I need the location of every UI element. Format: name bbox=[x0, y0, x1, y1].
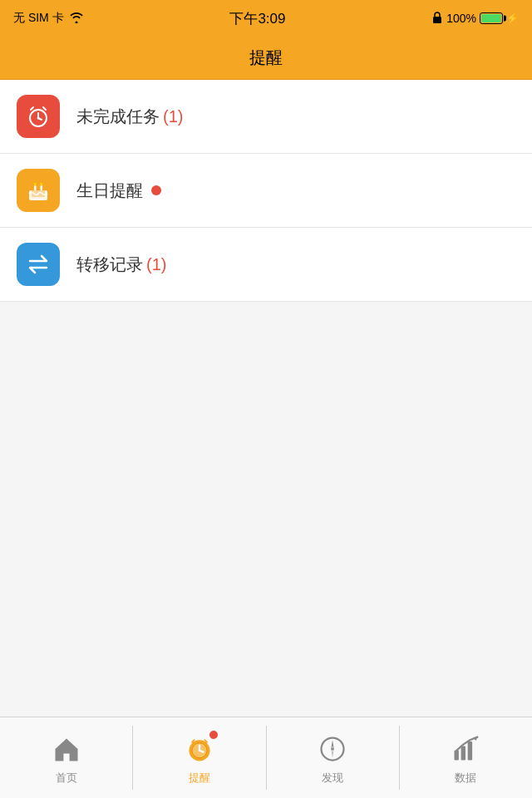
svg-rect-23 bbox=[468, 741, 472, 761]
svg-point-20 bbox=[331, 747, 334, 751]
data-icon-wrap bbox=[447, 731, 484, 767]
tab-discover-label: 发现 bbox=[322, 771, 343, 786]
list-item-birthday[interactable]: 生日提醒 bbox=[0, 154, 532, 228]
svg-rect-8 bbox=[41, 185, 43, 190]
tab-data[interactable]: 数据 bbox=[400, 717, 532, 798]
tab-reminder-label: 提醒 bbox=[189, 771, 210, 786]
tab-home-label: 首页 bbox=[56, 771, 77, 786]
tab-discover[interactable]: 发现 bbox=[267, 717, 399, 798]
incomplete-tasks-icon bbox=[17, 95, 60, 138]
svg-point-16 bbox=[199, 749, 201, 751]
status-right: 100% ⚡ bbox=[431, 11, 519, 27]
reminder-icon-wrap bbox=[181, 731, 218, 767]
status-time: 下午3:09 bbox=[229, 9, 285, 28]
birthday-icon bbox=[17, 169, 60, 212]
svg-rect-22 bbox=[461, 746, 466, 760]
svg-point-9 bbox=[34, 183, 37, 186]
lock-icon bbox=[431, 11, 443, 27]
transfer-icon bbox=[17, 243, 60, 286]
wifi-icon bbox=[69, 12, 84, 26]
nav-bar: 提醒 bbox=[0, 37, 532, 80]
tab-reminder[interactable]: 提醒 bbox=[133, 717, 265, 798]
tab-home[interactable]: 首页 bbox=[0, 717, 132, 798]
charging-icon: ⚡ bbox=[506, 12, 519, 24]
battery-percentage: 100% bbox=[446, 12, 476, 25]
main-content: 未完成任务(1) 生日提醒 bbox=[0, 80, 532, 717]
battery-icon bbox=[480, 12, 503, 24]
birthday-label: 生日提醒 bbox=[76, 180, 161, 202]
incomplete-tasks-badge: (1) bbox=[163, 107, 183, 126]
svg-point-4 bbox=[37, 117, 40, 120]
status-bar: 无 SIM 卡 下午3:09 100% ⚡ bbox=[0, 0, 532, 37]
svg-point-10 bbox=[40, 183, 42, 186]
svg-rect-0 bbox=[433, 17, 441, 23]
list-item-incomplete-tasks[interactable]: 未完成任务(1) bbox=[0, 80, 532, 154]
tab-data-label: 数据 bbox=[455, 771, 476, 786]
status-left: 无 SIM 卡 bbox=[13, 11, 84, 26]
svg-rect-21 bbox=[455, 750, 459, 760]
list-item-transfer[interactable]: 转移记录(1) bbox=[0, 228, 532, 302]
birthday-dot bbox=[151, 185, 161, 195]
reminder-dot bbox=[209, 731, 218, 739]
svg-rect-7 bbox=[34, 185, 37, 190]
transfer-label: 转移记录(1) bbox=[76, 254, 166, 276]
tab-bar: 首页 提醒 bbox=[0, 717, 532, 798]
reminders-list: 未完成任务(1) 生日提醒 bbox=[0, 80, 532, 302]
home-icon-wrap bbox=[48, 731, 85, 767]
incomplete-tasks-label: 未完成任务(1) bbox=[76, 106, 183, 128]
nav-title: 提醒 bbox=[249, 47, 283, 69]
carrier-label: 无 SIM 卡 bbox=[13, 11, 64, 26]
transfer-badge: (1) bbox=[146, 255, 166, 274]
discover-icon-wrap bbox=[314, 731, 351, 767]
